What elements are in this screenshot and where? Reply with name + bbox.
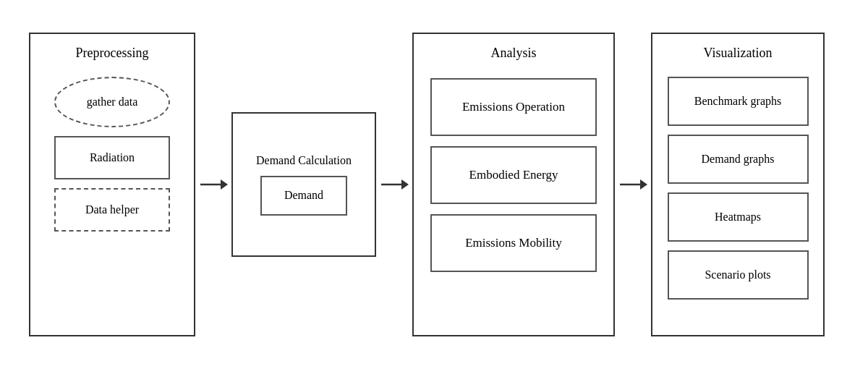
visualization-box: Visualization Benchmark graphs Demand gr… (651, 33, 825, 336)
arrow-3 (615, 174, 651, 195)
embodied-energy-box: Embodied Energy (430, 146, 597, 204)
embodied-energy-label: Embodied Energy (469, 168, 558, 182)
heatmaps-label: Heatmaps (715, 211, 761, 224)
demand-graphs-label: Demand graphs (702, 153, 775, 166)
svg-marker-1 (221, 179, 228, 190)
demand-calc-title: Demand Calculation (256, 154, 352, 167)
preprocessing-title: Preprocessing (76, 46, 149, 61)
scenario-plots-box: Scenario plots (668, 250, 809, 300)
gather-data-label: gather data (87, 96, 138, 109)
demand-box: Demand (260, 176, 347, 216)
demand-graphs-box: Demand graphs (668, 135, 809, 184)
demand-calc-box: Demand Calculation Demand (231, 112, 376, 257)
emissions-operation-box: Emissions Operation (430, 78, 597, 136)
arrow-1 (195, 174, 231, 195)
demand-label: Demand (284, 189, 323, 202)
data-helper-label: Data helper (85, 203, 139, 216)
analysis-box: Analysis Emissions Operation Embodied En… (412, 33, 615, 336)
emissions-mobility-box: Emissions Mobility (430, 214, 597, 272)
diagram: Preprocessing gather data Radiation Data… (14, 18, 854, 351)
arrow-2 (376, 174, 412, 195)
gather-data-box: gather data (54, 77, 170, 127)
preprocessing-box: Preprocessing gather data Radiation Data… (29, 33, 195, 336)
benchmark-graphs-label: Benchmark graphs (694, 95, 781, 108)
svg-marker-3 (401, 179, 409, 190)
scenario-plots-label: Scenario plots (705, 268, 770, 281)
demand-calc-inner: Demand Calculation Demand (256, 154, 352, 216)
data-helper-box: Data helper (54, 188, 170, 232)
benchmark-graphs-box: Benchmark graphs (668, 77, 809, 126)
emissions-mobility-label: Emissions Mobility (465, 236, 562, 250)
radiation-label: Radiation (90, 151, 135, 164)
heatmaps-box: Heatmaps (668, 192, 809, 242)
svg-marker-5 (640, 179, 647, 190)
visualization-title: Visualization (704, 46, 773, 61)
analysis-title: Analysis (491, 46, 537, 61)
radiation-box: Radiation (54, 136, 170, 179)
emissions-operation-label: Emissions Operation (462, 100, 565, 114)
